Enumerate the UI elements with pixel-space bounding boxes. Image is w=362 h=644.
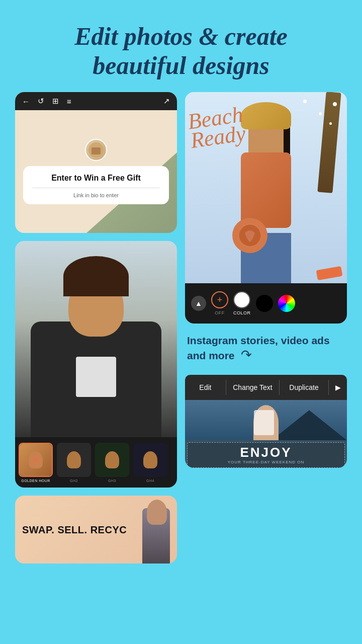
enjoy-text-box: ENJOY YOUR THREE-DAY WEEKEND ON — [187, 442, 345, 468]
share-icon[interactable]: ↗ — [163, 97, 170, 106]
win-toolbar: ← ↺ ⊞ ≡ ↗ — [15, 92, 177, 110]
card-swap: SWAP. SELL. RECYC — [15, 496, 177, 564]
instagram-text-block: Instagram stories, video ads and more ↷ — [185, 332, 347, 367]
filter-gh3[interactable]: GH3 — [95, 443, 130, 482]
left-column: ← ↺ ⊞ ≡ ↗ Enter to Win a F — [15, 92, 177, 564]
win-divider — [32, 188, 160, 188]
page-title: Edit photos & create beautiful designs — [30, 22, 332, 80]
color-toolbar: ▲ + OFF COLOR — [185, 283, 347, 324]
more-button[interactable]: ▶ — [329, 375, 347, 400]
add-color-btn[interactable]: + OFF — [211, 291, 228, 315]
layers-icon[interactable]: ≡ — [67, 97, 71, 106]
filter-label-2: GH2 — [70, 479, 78, 482]
color-black[interactable] — [256, 295, 273, 312]
filters-bar: GOLDEN HOUR GH2 GH3 — [15, 437, 177, 488]
beach-overlay-text: Beach Ready — [187, 104, 247, 152]
filter-label-3: GH3 — [108, 479, 116, 482]
card-portrait: GOLDEN HOUR GH2 GH3 — [15, 241, 177, 488]
main-grid: ← ↺ ⊞ ≡ ↗ Enter to Win a F — [0, 92, 362, 564]
filter-golden-hour[interactable]: GOLDEN HOUR — [18, 443, 53, 482]
win-subtitle: Link in bio to enter — [32, 192, 160, 198]
right-column: Beach Ready — [185, 92, 347, 564]
duplicate-button[interactable]: Duplicate — [280, 375, 328, 400]
sticker-icon — [237, 223, 262, 248]
card-enjoy: ENJOY YOUR THREE-DAY WEEKEND ON — [185, 400, 347, 468]
beach-photo: Beach Ready — [185, 92, 347, 283]
header: Edit photos & create beautiful designs — [0, 0, 362, 92]
enjoy-main-text: ENJOY — [191, 446, 341, 459]
avatar — [85, 139, 107, 161]
color-label: COLOR — [233, 310, 251, 315]
svg-rect-1 — [92, 147, 101, 154]
color-white[interactable]: COLOR — [233, 291, 251, 315]
avatar-photo-icon — [88, 142, 104, 157]
card-enjoy-wrapper: Edit Change Text Duplicate ▶ — [185, 375, 347, 468]
win-white-box: Enter to Win a Free Gift Link in bio to … — [23, 166, 169, 204]
back-icon[interactable]: ← — [22, 97, 30, 106]
color-rainbow[interactable] — [278, 295, 295, 312]
enjoy-sub-text: YOUR THREE-DAY WEEKEND ON — [191, 460, 341, 464]
arrow-icon: ↷ — [241, 347, 252, 362]
filter-gh4[interactable]: GH4 — [133, 443, 168, 482]
win-body: Enter to Win a Free Gift Link in bio to … — [15, 110, 177, 233]
up-arrow-btn[interactable]: ▲ — [191, 296, 206, 311]
filter-label-4: GH4 — [146, 479, 154, 482]
portrait-photo — [15, 241, 177, 437]
instagram-text: Instagram stories, video ads and more — [187, 335, 330, 361]
filter-urban[interactable]: GH2 — [56, 443, 92, 482]
win-title: Enter to Win a Free Gift — [32, 173, 160, 184]
layout-icon[interactable]: ⊞ — [52, 97, 59, 106]
card-beach: Beach Ready — [185, 92, 347, 324]
off-label: OFF — [215, 310, 225, 315]
edit-button[interactable]: Edit — [185, 375, 226, 400]
change-text-button[interactable]: Change Text — [226, 375, 279, 400]
card-win: ← ↺ ⊞ ≡ ↗ Enter to Win a F — [15, 92, 177, 233]
swap-text: SWAP. SELL. RECYC — [22, 524, 127, 535]
action-bar: Edit Change Text Duplicate ▶ — [185, 375, 347, 400]
filter-label-1: GOLDEN HOUR — [21, 479, 50, 482]
undo-icon[interactable]: ↺ — [38, 97, 44, 106]
